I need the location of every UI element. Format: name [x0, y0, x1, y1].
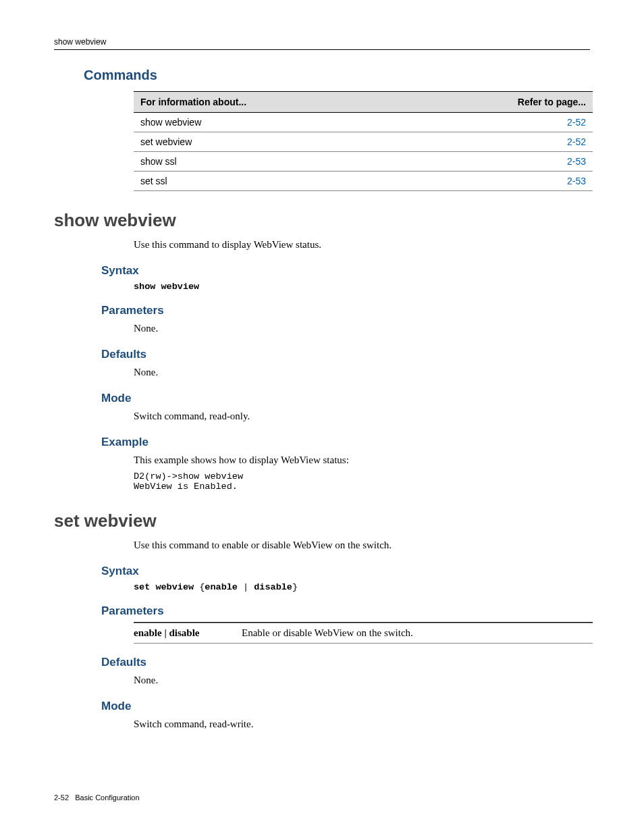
defaults-text: None.: [134, 673, 590, 687]
cmd-name: set webview: [134, 132, 406, 152]
commands-table: For information about... Refer to page..…: [134, 91, 593, 191]
show-webview-title: show webview: [54, 210, 590, 231]
cmd-table-header-left: For information about...: [134, 92, 406, 113]
page-ref-link[interactable]: 2-52: [567, 117, 586, 128]
syntax-part: disable: [254, 582, 292, 592]
parameters-table: enable | disable Enable or disable WebVi…: [134, 622, 593, 644]
syntax-heading: Syntax: [101, 264, 590, 278]
table-row: show webview 2-52: [134, 113, 593, 132]
footer-page-num: 2-52: [54, 793, 69, 802]
parameters-heading: Parameters: [101, 604, 590, 618]
mode-heading: Mode: [101, 700, 590, 713]
syntax-brace: }: [292, 582, 298, 592]
page-ref-link[interactable]: 2-52: [567, 136, 586, 147]
mode-heading: Mode: [101, 392, 590, 405]
syntax-heading: Syntax: [101, 565, 590, 578]
table-row: set webview 2-52: [134, 132, 593, 152]
example-output: D2(rw)->show webview WebView is Enabled.: [134, 471, 590, 492]
param-desc: Enable or disable WebView on the switch.: [242, 623, 593, 644]
mode-text: Switch command, read‑only.: [134, 409, 590, 423]
table-row: set ssl 2-53: [134, 172, 593, 191]
cmd-name: show webview: [134, 113, 406, 132]
mode-text: Switch command, read‑write.: [134, 717, 590, 731]
defaults-heading: Defaults: [101, 348, 590, 361]
param-key: enable | disable: [134, 623, 242, 644]
cmd-name: show ssl: [134, 152, 406, 172]
page-ref-link[interactable]: 2-53: [567, 156, 586, 167]
show-webview-intro: Use this command to display WebView stat…: [134, 238, 590, 252]
parameters-text: None.: [134, 321, 590, 336]
example-heading: Example: [101, 436, 590, 449]
syntax-part: set webview: [134, 582, 194, 592]
page: show webview Commands For information ab…: [0, 0, 644, 834]
header-rule: [54, 49, 590, 50]
commands-heading: Commands: [84, 68, 590, 83]
defaults-heading: Defaults: [101, 656, 590, 669]
syntax-text: set webview {enable | disable}: [134, 582, 590, 592]
syntax-pipe: |: [238, 582, 254, 592]
cmd-table-header-right: Refer to page...: [406, 92, 593, 113]
syntax-text: show webview: [134, 282, 590, 292]
set-webview-title: set webview: [54, 511, 590, 531]
table-row: show ssl 2-53: [134, 152, 593, 172]
table-row: enable | disable Enable or disable WebVi…: [134, 623, 593, 644]
defaults-text: None.: [134, 365, 590, 380]
footer-chapter: Basic Configuration: [75, 793, 139, 802]
syntax-part: enable: [205, 582, 238, 592]
set-webview-intro: Use this command to enable or disable We…: [134, 538, 590, 552]
page-footer: 2-52 Basic Configuration: [54, 793, 140, 802]
example-intro: This example shows how to display WebVie…: [134, 453, 590, 467]
parameters-heading: Parameters: [101, 304, 590, 317]
cmd-name: set ssl: [134, 172, 406, 191]
page-ref-link[interactable]: 2-53: [567, 176, 586, 186]
running-head: show webview: [54, 37, 590, 47]
